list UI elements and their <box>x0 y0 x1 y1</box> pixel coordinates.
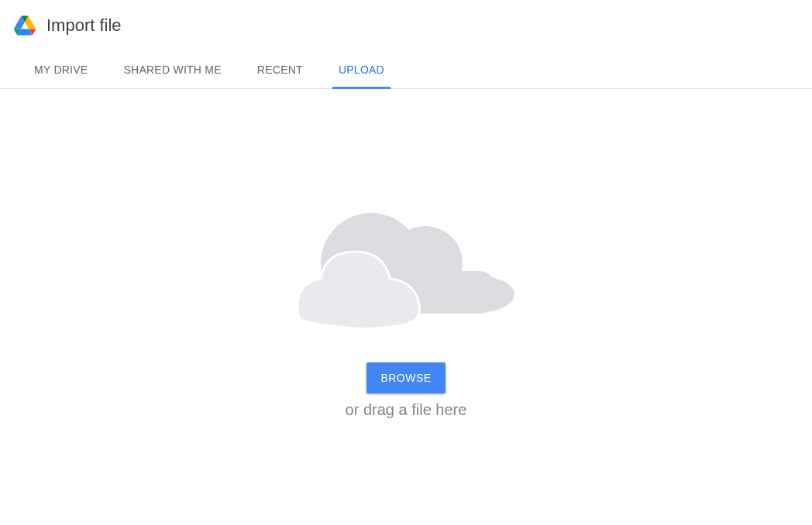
drag-hint-text: or drag a file here <box>346 401 467 419</box>
dialog-header: Import file <box>0 0 812 51</box>
tab-label: UPLOAD <box>339 63 384 76</box>
tab-upload[interactable]: UPLOAD <box>332 52 391 89</box>
tab-bar: MY DRIVE SHARED WITH ME RECENT UPLOAD <box>0 51 812 89</box>
page-title: Import file <box>46 15 122 36</box>
tab-my-drive[interactable]: MY DRIVE <box>28 52 94 89</box>
tab-shared-with-me[interactable]: SHARED WITH ME <box>117 52 227 89</box>
browse-button[interactable]: BROWSE <box>366 362 445 393</box>
tab-label: SHARED WITH ME <box>123 63 221 76</box>
tab-label: MY DRIVE <box>34 63 88 76</box>
cloud-upload-icon <box>294 209 518 333</box>
tab-label: RECENT <box>257 63 303 76</box>
google-drive-icon <box>14 15 36 36</box>
upload-dropzone[interactable]: BROWSE or drag a file here <box>0 89 812 419</box>
tab-recent[interactable]: RECENT <box>251 52 309 89</box>
